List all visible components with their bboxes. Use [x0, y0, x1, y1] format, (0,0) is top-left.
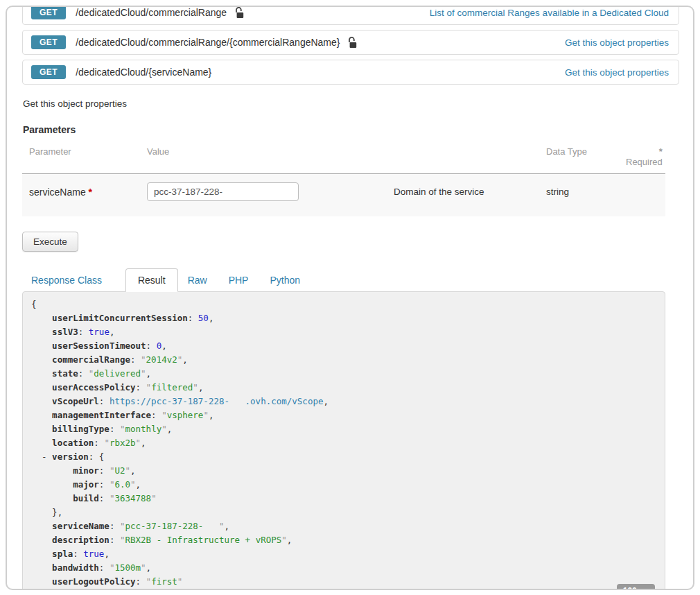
- open-padlock-icon: [347, 36, 357, 49]
- header-required: * Required: [626, 146, 663, 167]
- header-value: Value: [147, 146, 394, 167]
- http-method-badge: GET: [31, 6, 66, 19]
- result-panel: { userLimitConcurrentSession: 50, sslV3:…: [22, 291, 665, 590]
- http-method-badge: GET: [31, 35, 66, 49]
- code-line: state: "delivered",: [31, 367, 656, 381]
- parameter-value-cell: [147, 182, 394, 201]
- code-line: serviceName: "pcc-37-187-228- ",: [31, 519, 656, 533]
- http-method-badge: GET: [31, 65, 66, 79]
- endpoint-path: /dedicatedCloud/{serviceName}: [76, 67, 211, 78]
- parameter-data-type: string: [546, 182, 626, 197]
- code-line: userLimitConcurrentSession: 50,: [31, 311, 656, 325]
- api-console-panel: GET /dedicatedCloud/commercialRange List…: [6, 6, 694, 590]
- code-line: managementInterface: "vsphere",: [31, 408, 656, 422]
- execute-button[interactable]: Execute: [22, 232, 78, 252]
- code-line: description: "RBX2B - Infrastructure + v…: [31, 533, 656, 547]
- parameter-row-service-name: serviceName * Domain of the service stri…: [22, 174, 665, 216]
- required-asterisk: *: [659, 146, 663, 157]
- code-line: minor: "U2",: [31, 464, 656, 478]
- endpoint-row-commercial-range[interactable]: GET /dedicatedCloud/commercialRange List…: [22, 6, 679, 25]
- code-line: userLogoutPolicy: "first": [31, 575, 656, 589]
- service-name-input[interactable]: [147, 182, 299, 201]
- code-line: vScopeUrl: https://pcc-37-187-228- .ovh.…: [31, 395, 656, 408]
- code-line: spla: true,: [31, 547, 656, 561]
- code-line: sslV3: true,: [31, 325, 656, 339]
- code-line: location: "rbx2b",: [31, 436, 656, 450]
- code-line: }: [31, 589, 656, 590]
- code-line: billingType: "monthly",: [31, 422, 656, 436]
- response-json: { userLimitConcurrentSession: 50, sslV3:…: [31, 298, 656, 590]
- parameters-title: Parameters: [23, 124, 679, 135]
- code-line: },: [31, 506, 656, 519]
- code-line: build: "3634788": [31, 492, 656, 506]
- endpoint-row-service-name[interactable]: GET /dedicatedCloud/{serviceName} Get th…: [22, 60, 679, 85]
- parameters-table: Parameter Value Data Type * Required ser…: [22, 146, 665, 216]
- required-asterisk: *: [89, 187, 92, 198]
- parameter-name: serviceName *: [29, 182, 147, 198]
- tab-response-class[interactable]: Response Class: [30, 269, 103, 291]
- code-line: userSessionTimeout: 0,: [31, 339, 656, 353]
- endpoint-summary-link[interactable]: List of commercial Ranges available in a…: [430, 8, 669, 18]
- latency-badge: 160ms: [617, 584, 655, 590]
- code-line: userAccessPolicy: "filtered",: [31, 381, 656, 395]
- code-line: {: [31, 298, 656, 311]
- tab-php[interactable]: PHP: [227, 269, 250, 291]
- open-padlock-icon: [234, 6, 244, 19]
- endpoint-summary-link[interactable]: Get this object properties: [565, 37, 669, 48]
- code-line: commercialRange: "2014v2",: [31, 353, 656, 367]
- parameters-table-header: Parameter Value Data Type * Required: [22, 146, 665, 174]
- response-tabs: Response Class Result Raw PHP Python: [22, 268, 679, 291]
- tab-python[interactable]: Python: [268, 269, 301, 291]
- code-line: - version: {: [31, 450, 656, 464]
- endpoint-list: GET /dedicatedCloud/commercialRange List…: [22, 6, 679, 85]
- code-line: major: "6.0",: [31, 478, 656, 492]
- header-data-type: Data Type: [546, 146, 626, 167]
- tab-raw[interactable]: Raw: [186, 269, 209, 291]
- endpoint-summary-link[interactable]: Get this object properties: [565, 67, 669, 78]
- code-line: bandwidth: "1500m",: [31, 561, 656, 575]
- tab-result[interactable]: Result: [125, 268, 178, 292]
- endpoint-path: /dedicatedCloud/commercialRange/{commerc…: [76, 37, 340, 48]
- vscope-url-link[interactable]: https://pcc-37-187-228- .ovh.com/vScope: [110, 396, 324, 406]
- header-parameter: Parameter: [29, 146, 147, 167]
- endpoint-row-commercial-range-name[interactable]: GET /dedicatedCloud/commercialRange/{com…: [22, 30, 679, 55]
- parameter-description: Domain of the service: [394, 182, 546, 197]
- operation-description: Get this object properties: [23, 98, 679, 109]
- endpoint-path: /dedicatedCloud/commercialRange: [76, 7, 227, 18]
- header-description: [394, 146, 546, 167]
